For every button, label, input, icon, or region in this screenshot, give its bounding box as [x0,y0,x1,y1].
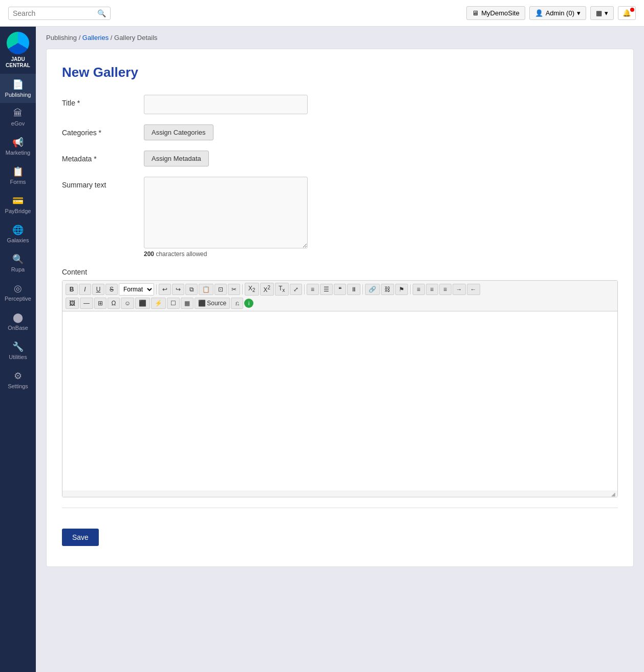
sidebar-item-publishing[interactable]: 📄 Publishing [0,74,36,103]
title-row: Title * [62,95,618,114]
sidebar-item-forms[interactable]: 📋 Forms [0,161,36,190]
breadcrumb-current: Gallery Details [114,34,158,41]
summary-label: Summary text [62,177,144,189]
sidebar-item-label: Forms [10,179,26,185]
form-divider [62,508,618,508]
page-title: New Gallery [62,65,618,80]
indent-button[interactable]: → [453,284,466,295]
sidebar-item-paybridge[interactable]: 💳 PayBridge [0,190,36,219]
assign-metadata-button[interactable]: Assign Metadata [144,151,209,166]
categories-label: Categories * [62,124,144,137]
sidebar-item-label: eGov [11,120,25,127]
redo-button[interactable]: ↪ [172,284,184,295]
align-right-button[interactable]: ≡ [439,284,452,295]
metadata-field: Assign Metadata [144,151,618,166]
settings-icon: ⚙ [14,370,22,382]
onbase-icon: ⬤ [13,312,23,323]
image-button[interactable]: 🖼 [66,298,79,309]
anchor-button[interactable]: ⚑ [395,284,408,295]
unlink-button[interactable]: ⛓ [381,284,394,295]
align-center-button[interactable]: ≡ [426,284,438,295]
unordered-list-button[interactable]: ☰ [320,284,333,295]
resize-handle[interactable]: ◢ [611,491,617,497]
sidebar-item-rupa[interactable]: 🔍 Rupa [0,248,36,278]
outdent-button[interactable]: ← [467,284,480,295]
forms-icon: 📋 [12,166,24,177]
table-row-button[interactable]: ⊞ [94,298,106,309]
expand-button[interactable]: ⤢ [290,284,302,295]
breadcrumb-galleries[interactable]: Galleries [82,34,109,41]
assign-categories-button[interactable]: Assign Categories [144,124,213,140]
title-input[interactable] [144,95,308,114]
paste-text-button[interactable]: ⊡ [214,284,227,295]
notifications-button[interactable]: 🔔 [618,6,636,20]
ordered-list-button[interactable]: ≡ [307,284,319,295]
sidebar-item-galaxies[interactable]: 🌐 Galaxies [0,219,36,248]
format-select[interactable]: Format [119,283,154,296]
sidebar-item-onbase[interactable]: ⬤ OnBase [0,307,36,336]
table-button[interactable]: ▦ [181,298,194,309]
copy-button[interactable]: ⧉ [185,284,198,295]
underline-button[interactable]: U [92,284,104,295]
search-icon: 🔍 [97,9,106,17]
superscript-button[interactable]: X2 [260,283,274,296]
breadcrumb-sep2: / [111,34,114,41]
remove-format-button[interactable]: Tx [275,283,288,295]
undo-button[interactable]: ↩ [159,284,171,295]
categories-row: Categories * Assign Categories [62,124,618,140]
sidebar-item-utilities[interactable]: 🔧 Utilities [0,336,36,365]
person-icon: 👤 [535,9,543,17]
content-section: Content B I U S Format [62,268,618,497]
galaxies-icon: 🌐 [12,224,24,236]
cut-button[interactable]: ✂ [228,284,240,295]
topbar: 🔍 🖥 MyDemoSite 👤 Admin (0) ▾ ▦ ▾ 🔔 [0,0,644,27]
notification-badge [630,8,634,12]
admin-button[interactable]: 👤 Admin (0) ▾ [529,6,586,20]
paybridge-icon: 💳 [12,195,24,206]
link-button[interactable]: 🔗 [365,284,380,295]
info-button[interactable]: i [244,299,253,308]
breadcrumb: Publishing / Galleries / Gallery Details [36,27,644,49]
chevron-down-icon: ▾ [577,9,581,17]
search-box[interactable]: 🔍 [8,7,111,20]
topbar-right: 🖥 MyDemoSite 👤 Admin (0) ▾ ▦ ▾ 🔔 [466,6,636,20]
sidebar-item-settings[interactable]: ⚙ Settings [0,365,36,394]
separator-3 [304,284,305,295]
sidebar-item-label: Perceptive [5,296,31,302]
editor-body[interactable] [62,311,617,491]
checkbox-button[interactable]: ☐ [167,298,180,309]
paste-button[interactable]: 📋 [199,284,213,295]
logo-text: JADUCENTRAL [6,56,30,69]
categories-field: Assign Categories [144,124,618,140]
hline-button[interactable]: — [80,298,93,309]
metadata-row: Metadata * Assign Metadata [62,151,618,166]
sidebar-item-label: Settings [8,383,28,389]
align-left-button[interactable]: ≡ [413,284,425,295]
sidebar-item-marketing[interactable]: 📢 Marketing [0,132,36,161]
sidebar-item-egov[interactable]: 🏛 eGov [0,103,36,132]
blockquote-button[interactable]: ❝ [334,284,346,295]
special1-button[interactable]: ⬛ [135,298,150,309]
save-button[interactable]: Save [62,529,99,546]
source-button[interactable]: ⬛ Source [195,298,230,309]
flash-button[interactable]: ⚡ [151,298,166,309]
omega-button[interactable]: Ω [108,298,120,309]
form-container: New Gallery Title * Categories * Assi [46,49,634,567]
grid-button[interactable]: ▦ ▾ [590,6,614,20]
sidebar-item-perceptive[interactable]: ◎ Perceptive [0,278,36,307]
smiley-button[interactable]: ☺ [121,298,134,309]
italic-button[interactable]: I [79,284,91,295]
strikethrough-button[interactable]: S [105,284,118,295]
bold-button[interactable]: B [66,284,78,295]
sidebar-item-label: Rupa [11,266,25,272]
subscript-button[interactable]: X2 [245,283,259,295]
language-button[interactable]: ⏸ [347,284,360,295]
breadcrumb-sep1: / [79,34,82,41]
track-changes-button[interactable]: ⎌ [231,298,243,309]
search-input[interactable] [13,9,94,17]
sidebar-item-label: Galaxies [7,237,29,243]
site-button[interactable]: 🖥 MyDemoSite [466,6,525,20]
summary-textarea[interactable] [144,177,308,248]
sidebar-item-label: PayBridge [5,208,31,214]
rupa-icon: 🔍 [12,254,24,265]
